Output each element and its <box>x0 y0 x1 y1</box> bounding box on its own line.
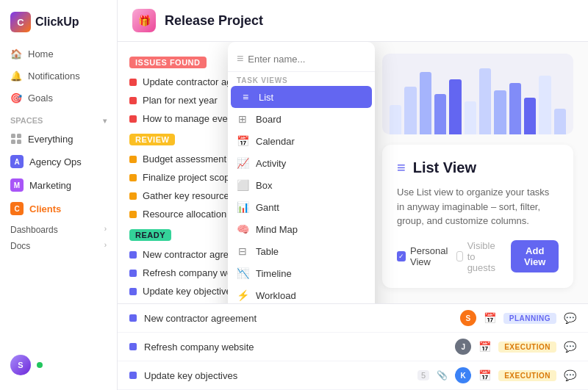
ready-badge: READY <box>129 229 171 241</box>
sidebar-item-goals[interactable]: 🎯 Goals <box>0 87 117 109</box>
page-title: Release Project <box>165 13 263 29</box>
user-section: S <box>0 349 117 381</box>
view-list-label: List <box>259 92 273 103</box>
dropdown-search-input[interactable] <box>248 54 366 65</box>
home-icon: 🏠 <box>10 48 22 59</box>
task-status-dot <box>129 211 137 218</box>
bottom-tasks: New contractor agreement S 📅 PLANNING 💬 … <box>118 303 588 390</box>
svg-rect-1 <box>17 134 21 138</box>
timeline-icon: 📉 <box>237 267 248 279</box>
list-view-card: ≡ List View Use List view to organize yo… <box>382 145 573 288</box>
chat-icon: 💬 <box>564 312 576 324</box>
sidebar-item-notifications[interactable]: 🔔 Notifications <box>0 65 117 87</box>
view-table-item[interactable]: ⊟ Table <box>228 240 375 262</box>
task-status-dot <box>129 97 137 104</box>
task-label: Plan for next year <box>143 95 218 106</box>
list-view-title: ≡ List View <box>397 159 559 176</box>
add-view-button[interactable]: Add View <box>511 240 559 272</box>
mind-map-icon: 🧠 <box>237 223 248 235</box>
status-badge: EXECUTION <box>498 342 556 353</box>
task-views-label: TASK VIEWS <box>228 72 375 86</box>
task-assignee-avatar: S <box>460 310 476 326</box>
main-content: 🎁 Release Project ISSUES FOUND Update co… <box>118 0 588 390</box>
task-status-dot <box>129 192 137 200</box>
view-board-item[interactable]: ⊞ Board <box>228 108 375 130</box>
main-body: ISSUES FOUND Update contractor agr... Pl… <box>118 42 588 303</box>
view-timeline-label: Timeline <box>256 268 292 279</box>
sidebar-item-docs[interactable]: Docs › <box>0 236 117 253</box>
view-activity-label: Activity <box>256 158 286 169</box>
sidebar-item-clients[interactable]: C Clients <box>0 197 117 220</box>
calendar-icon: 📅 <box>237 135 248 147</box>
list-view-description: Use List view to organize your tasks in … <box>397 185 559 228</box>
task-count-badge: 5 <box>417 370 429 380</box>
task-status-dot <box>129 174 137 181</box>
check-icon: ✓ <box>398 253 404 260</box>
dashboards-chevron-icon: › <box>104 225 107 233</box>
task-label: Budget assessment <box>143 154 226 165</box>
app-name: ClickUp <box>35 15 79 29</box>
chart-bar <box>479 68 491 134</box>
sidebar-item-notifications-label: Notifications <box>28 71 80 82</box>
project-icon: 🎁 <box>132 9 156 32</box>
calendar-icon: 📅 <box>478 369 491 381</box>
sidebar-item-agency-ops[interactable]: A Agency Ops <box>0 150 117 173</box>
chart-bar <box>449 79 461 134</box>
task-status-dot <box>129 79 137 86</box>
view-calendar-item[interactable]: 📅 Calendar <box>228 130 375 152</box>
task-dot <box>129 343 137 350</box>
chat-icon: 💬 <box>564 369 576 381</box>
view-activity-item[interactable]: 📈 Activity <box>228 152 375 174</box>
view-calendar-label: Calendar <box>256 136 295 147</box>
activity-icon: 📈 <box>237 157 248 169</box>
guests-checkbox[interactable] <box>456 251 462 261</box>
clients-label: Clients <box>29 203 61 214</box>
dropdown-search-bar[interactable]: ≡ <box>228 46 375 72</box>
app-logo: C ClickUp <box>0 9 117 43</box>
chart-bar <box>390 105 401 134</box>
goals-icon: 🎯 <box>10 92 22 104</box>
view-gantt-item[interactable]: 📊 Gantt <box>228 196 375 218</box>
view-list-item[interactable]: ≡ List <box>231 86 372 108</box>
personal-view-checkbox[interactable]: ✓ <box>397 251 406 261</box>
docs-chevron-icon: › <box>104 241 107 249</box>
task-name: Refresh company website <box>144 342 448 353</box>
sidebar-item-home[interactable]: 🏠 Home <box>0 43 117 65</box>
view-box-label: Box <box>256 180 272 191</box>
sidebar-item-dashboards[interactable]: Dashboards › <box>0 220 117 236</box>
task-label: Gather key resources <box>143 190 234 201</box>
table-icon: ⊟ <box>237 245 248 257</box>
view-timeline-item[interactable]: 📉 Timeline <box>228 262 375 284</box>
bell-icon: 🔔 <box>10 70 22 82</box>
clients-avatar: C <box>10 202 24 215</box>
chart-bar <box>539 76 551 134</box>
main-header: 🎁 Release Project <box>118 0 588 42</box>
visible-to-guests-label[interactable]: Visible to guests <box>456 240 503 273</box>
agency-ops-avatar: A <box>10 155 24 168</box>
view-box-item[interactable]: ⬜ Box <box>228 174 375 196</box>
personal-view-checkbox-label[interactable]: ✓ Personal View <box>397 245 449 267</box>
chat-icon: 💬 <box>564 341 576 353</box>
svg-rect-0 <box>11 134 15 138</box>
user-online-dot <box>37 362 43 368</box>
chart-bar <box>420 72 431 134</box>
task-dot <box>129 314 137 322</box>
table-row[interactable]: Refresh company website J 📅 EXECUTION 💬 <box>118 333 588 361</box>
task-label: Update key objectives <box>143 286 236 297</box>
task-label: Finalize project scope <box>143 172 235 183</box>
logo-icon: C <box>10 12 31 32</box>
table-row[interactable]: New contractor agreement S 📅 PLANNING 💬 <box>118 304 588 333</box>
sidebar-item-marketing[interactable]: M Marketing <box>0 173 117 197</box>
task-name: Update key objectives <box>144 370 410 381</box>
sidebar-item-everything[interactable]: Everything <box>0 128 117 150</box>
view-workload-item[interactable]: ⚡ Workload <box>228 284 375 303</box>
list-view-footer: ✓ Personal View Visible to guests Add Vi… <box>397 240 559 273</box>
view-dropdown: ≡ TASK VIEWS ≡ List ⊞ Board 📅 Calendar 📈… <box>228 42 375 303</box>
table-row[interactable]: Update key objectives 5 📎 K 📅 EXECUTION … <box>118 361 588 390</box>
sidebar-item-goals-label: Goals <box>28 93 53 104</box>
view-mind-map-item[interactable]: 🧠 Mind Map <box>228 218 375 240</box>
status-badge: PLANNING <box>503 313 556 324</box>
chart-bar <box>524 98 536 134</box>
agency-ops-label: Agency Ops <box>29 156 82 167</box>
user-avatar[interactable]: S <box>10 355 31 375</box>
